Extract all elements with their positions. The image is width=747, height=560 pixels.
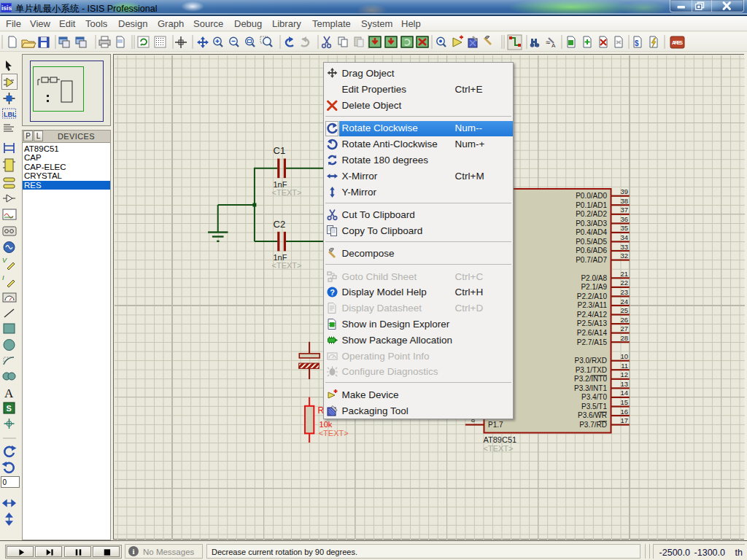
svg-text:14: 14: [620, 389, 628, 397]
svg-text:33: 33: [620, 243, 628, 251]
svg-text:P2.0/A8: P2.0/A8: [581, 274, 607, 282]
svg-text:P1.7: P1.7: [488, 421, 503, 429]
svg-text:17: 17: [620, 416, 628, 424]
svg-text:10k: 10k: [320, 420, 333, 429]
svg-text:P0.3/AD3: P0.3/AD3: [576, 219, 607, 228]
svg-text:P2.7/A15: P2.7/A15: [577, 338, 608, 346]
svg-text:36: 36: [620, 215, 628, 223]
svg-text:32: 32: [620, 252, 628, 260]
svg-text:<TEXT>: <TEXT>: [484, 444, 514, 453]
svg-text:P0.0/AD0: P0.0/AD0: [576, 192, 607, 200]
svg-text:S: S: [7, 404, 12, 413]
svg-text:P2.1/A9: P2.1/A9: [581, 283, 607, 291]
svg-text:A: A: [4, 386, 14, 400]
svg-text:35: 35: [620, 224, 628, 232]
svg-text:P0.7/AD7: P0.7/AD7: [576, 256, 607, 264]
svg-text:P3.7/RD: P3.7/RD: [579, 421, 607, 429]
svg-text:<TEXT>: <TEXT>: [272, 188, 302, 197]
svg-text:P2.5/A13: P2.5/A13: [577, 319, 608, 327]
svg-text:10: 10: [620, 352, 628, 360]
svg-text:0: 0: [3, 478, 7, 486]
svg-text:39: 39: [620, 187, 628, 195]
svg-text:AT89C51: AT89C51: [484, 435, 517, 444]
svg-text:?: ?: [330, 288, 335, 297]
svg-text:I: I: [2, 274, 4, 281]
svg-text:27: 27: [620, 324, 628, 332]
svg-text:22: 22: [620, 279, 628, 287]
svg-text:A: A: [551, 42, 556, 49]
svg-text:P3.4/T0: P3.4/T0: [581, 393, 607, 401]
svg-text:C1: C1: [274, 145, 286, 156]
svg-text:21: 21: [620, 270, 628, 278]
svg-text:P2.4/A12: P2.4/A12: [577, 311, 608, 319]
svg-text:38: 38: [620, 197, 628, 205]
svg-text:P3.5/T1: P3.5/T1: [581, 402, 607, 411]
svg-text:P3.2/INT0: P3.2/INT0: [574, 375, 607, 383]
svg-text:<TEXT>: <TEXT>: [272, 261, 302, 270]
svg-text:13: 13: [620, 380, 628, 388]
svg-text:P0.6/AD6: P0.6/AD6: [576, 246, 607, 254]
svg-text:23: 23: [620, 288, 628, 296]
svg-text:15: 15: [620, 398, 628, 406]
svg-text:11: 11: [621, 362, 628, 370]
svg-text:V: V: [2, 257, 7, 264]
svg-text:P3.0/RXD: P3.0/RXD: [575, 357, 607, 365]
svg-text:C2: C2: [274, 219, 286, 230]
svg-text:25: 25: [620, 306, 628, 314]
svg-text:P0.2/AD2: P0.2/AD2: [576, 210, 607, 218]
svg-text:26: 26: [620, 316, 628, 324]
svg-text:LBL: LBL: [4, 111, 17, 118]
svg-text:<TEXT>: <TEXT>: [319, 429, 349, 438]
svg-text:P2.6/A14: P2.6/A14: [577, 329, 608, 337]
svg-text:P3.3/INT1: P3.3/INT1: [574, 384, 607, 392]
svg-text:P0.5/AD5: P0.5/AD5: [576, 238, 607, 246]
svg-text:16: 16: [620, 408, 628, 416]
svg-text:28: 28: [620, 334, 628, 342]
svg-text:24: 24: [620, 298, 628, 306]
svg-text:34: 34: [620, 233, 628, 241]
svg-text:37: 37: [620, 206, 628, 214]
svg-text:$: $: [635, 39, 639, 47]
svg-text:ARES: ARES: [672, 40, 683, 45]
svg-text:P2.2/A10: P2.2/A10: [577, 292, 608, 300]
svg-text:12: 12: [620, 370, 628, 378]
svg-text:P3.6/WR: P3.6/WR: [578, 411, 607, 419]
svg-text:P0.1/AD1: P0.1/AD1: [576, 201, 607, 209]
svg-text:P2.3/A11: P2.3/A11: [578, 301, 608, 309]
svg-text:P0.4/AD4: P0.4/AD4: [576, 228, 607, 236]
svg-text:P3.1/TXD: P3.1/TXD: [576, 366, 607, 374]
